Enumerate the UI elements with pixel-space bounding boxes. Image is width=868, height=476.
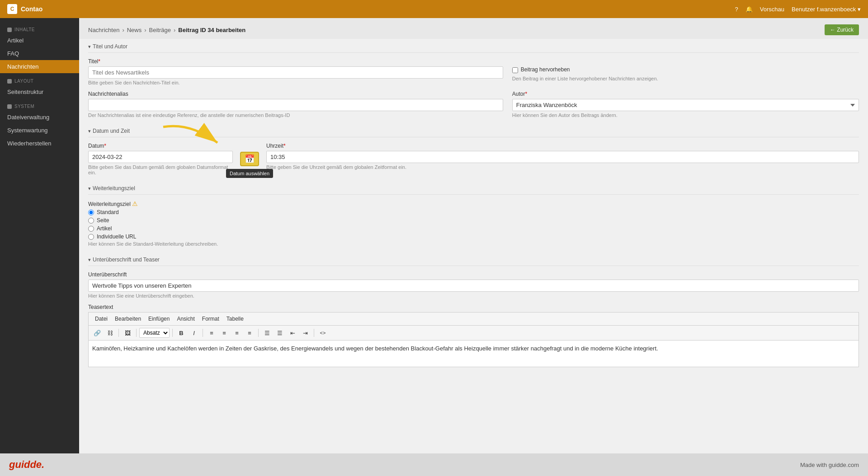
user-label: Benutzer f.wanzenboeck — [792, 6, 856, 13]
radio-seite-label: Seite — [97, 217, 109, 224]
breadcrumb-sep-3: › — [174, 27, 175, 33]
editor-menu-ansicht[interactable]: Ansicht — [173, 314, 198, 323]
uhrzeit-hint: Bitte geben Sie die Uhrzeit gemäß dem gl… — [266, 164, 859, 170]
autor-hint: Hier können Sie den Autor des Beitrags ä… — [512, 112, 859, 118]
made-with-text: Made with guidde.com — [800, 462, 859, 468]
checkbox-hervorheben[interactable] — [512, 67, 518, 73]
sidebar-item-artikel[interactable]: Artikel — [0, 34, 79, 47]
radio-standard[interactable]: Standard — [88, 209, 859, 215]
checkbox-hervorheben-text: Beitrag hervorheben — [521, 66, 570, 73]
group-alias: Nachrichtenalias Der Nachrichtenalias is… — [88, 91, 503, 118]
radio-artikel-label: Artikel — [97, 225, 112, 232]
checkbox-hervorheben-desc: Den Beitrag in einer Liste hervorgehoben… — [512, 76, 859, 81]
section-titel-autor-header: Titel und Autor — [88, 39, 859, 53]
section-datum-zeit-header: Datum und Zeit — [88, 123, 859, 137]
editor-btn-image[interactable]: 🖼 — [122, 327, 133, 338]
title-input[interactable] — [88, 66, 503, 79]
datum-hint: Bitte geben Sie das Datum gemäß dem glob… — [88, 164, 233, 175]
editor-divider-1 — [118, 329, 119, 337]
back-button[interactable]: ← Zurück — [825, 24, 859, 35]
uhrzeit-input[interactable] — [266, 151, 859, 163]
datum-input[interactable] — [88, 151, 233, 163]
breadcrumb-nachrichten[interactable]: Nachrichten — [88, 27, 119, 33]
user-menu[interactable]: Benutzer f.wanzenboeck ▾ — [792, 6, 861, 13]
editor-btn-align-center[interactable]: ≡ — [218, 327, 230, 338]
editor-divider-3 — [172, 329, 173, 337]
help-icon[interactable]: ? — [735, 6, 738, 13]
contao-logo: C — [7, 4, 17, 14]
sidebar-item-seitenstruktur[interactable]: Seitenstruktur — [0, 85, 79, 98]
editor-menu-format[interactable]: Format — [198, 314, 223, 323]
sidebar-item-wiederherstellen[interactable]: Wiederherstellen — [0, 137, 79, 150]
breadcrumb-current: Beitrag ID 34 bearbeiten — [178, 27, 245, 33]
editor-divider-2 — [136, 329, 137, 337]
sidebar-item-dateiverwaltung[interactable]: Dateiverwaltung — [0, 111, 79, 124]
unterueberschrift-hint: Hier können Sie eine Unterüberschrift ei… — [88, 293, 859, 299]
section-weiterleitungsziel-header: Weiterleitungsziel — [88, 181, 859, 195]
alias-input[interactable] — [88, 99, 503, 111]
autor-select[interactable]: Franziska Wanzenböck — [512, 99, 859, 111]
editor-menu-bearbeiten[interactable]: Bearbeiten — [111, 314, 145, 323]
label-autor: Autor* — [512, 91, 859, 97]
radio-standard-input[interactable] — [88, 210, 94, 215]
calendar-button[interactable]: 📅 Datum auswählen — [240, 152, 259, 166]
editor-menu-tabelle[interactable]: Tabelle — [223, 314, 247, 323]
section-unterueberschrift-header: Unterüberschrift und Teaser — [88, 252, 859, 266]
editor-menu-datei[interactable]: Datei — [91, 314, 111, 323]
group-datum: Datum* Bitte geben Sie das Datum gemäß d… — [88, 143, 233, 175]
group-autor: Autor* Franziska Wanzenböck Hier können … — [512, 91, 859, 118]
preview-button[interactable]: Vorschau — [760, 6, 784, 13]
datum-picker-container: 📅 Datum auswählen — [240, 143, 259, 166]
sidebar-item-nachrichten[interactable]: Nachrichten — [0, 60, 79, 73]
editor-btn-align-right[interactable]: ≡ — [231, 327, 243, 338]
uhrzeit-required-mark: * — [283, 143, 286, 149]
editor-btn-ul[interactable]: ☰ — [261, 327, 273, 338]
sidebar: INHALTE Artikel FAQ Nachrichten LAYOUT S… — [0, 18, 79, 453]
radio-seite[interactable]: Seite — [88, 217, 859, 224]
radio-individuelle-url-input[interactable] — [88, 234, 94, 240]
sidebar-item-faq[interactable]: FAQ — [0, 47, 79, 60]
form-container: Titel und Autor Titel* Bitte geben Sie d… — [79, 39, 868, 453]
editor-btn-indent[interactable]: ⇥ — [299, 327, 311, 338]
editor-btn-bold[interactable]: B — [175, 327, 187, 338]
sidebar-item-systemwartung[interactable]: Systemwartung — [0, 124, 79, 137]
radio-seite-input[interactable] — [88, 218, 94, 224]
group-unterueberschrift: Unterüberschrift Hier können Sie eine Un… — [88, 271, 859, 299]
radio-individuelle-url[interactable]: Individuelle URL — [88, 233, 859, 240]
editor-btn-link[interactable]: 🔗 — [91, 327, 103, 338]
editor-menu-einfuegen[interactable]: Einfügen — [145, 314, 173, 323]
group-uhrzeit: Uhrzeit* Bitte geben Sie die Uhrzeit gem… — [266, 143, 859, 170]
editor-btn-ol[interactable]: ☰ — [274, 327, 286, 338]
breadcrumb-sep-2: › — [144, 27, 146, 33]
editor-btn-source[interactable]: <> — [317, 327, 329, 338]
main-layout: INHALTE Artikel FAQ Nachrichten LAYOUT S… — [0, 18, 868, 453]
row-datum-uhrzeit: Datum* Bitte geben Sie das Datum gemäß d… — [88, 143, 859, 175]
editor-btn-unlink[interactable]: ⛓ — [104, 327, 116, 338]
bell-icon[interactable]: 🔔 — [745, 6, 753, 13]
checkbox-label-hervorheben[interactable]: Beitrag hervorheben — [512, 66, 859, 73]
breadcrumb-sep-1: › — [122, 27, 124, 33]
radio-artikel-input[interactable] — [88, 226, 94, 232]
editor-btn-italic[interactable]: I — [188, 327, 200, 338]
autor-required-mark: * — [525, 91, 527, 97]
editor-content[interactable]: Kaminöfen, Heizkamine und Kachelöfen wer… — [88, 340, 859, 367]
editor-divider-6 — [314, 329, 314, 337]
alias-hint: Der Nachrichtenalias ist eine eindeutige… — [88, 112, 503, 118]
editor-btn-align-justify[interactable]: ≡ — [244, 327, 255, 338]
row-weiterleitungsziel: Weiterleitungsziel ⚠ Standard Seite — [88, 200, 859, 247]
editor-btn-align-left[interactable]: ≡ — [206, 327, 217, 338]
title-required-mark: * — [98, 58, 100, 65]
label-weiterleitungsziel: Weiterleitungsziel ⚠ — [88, 200, 859, 207]
label-uhrzeit: Uhrzeit* — [266, 143, 859, 149]
editor-select-format[interactable]: Absatz — [139, 328, 170, 338]
editor-menu: Datei Bearbeiten Einfügen Ansicht Format… — [91, 314, 247, 323]
breadcrumb-bar: Nachrichten › News › Beiträge › Beitrag … — [79, 18, 868, 39]
breadcrumb-news[interactable]: News — [127, 27, 142, 33]
radio-artikel[interactable]: Artikel — [88, 225, 859, 232]
editor-divider-4 — [203, 329, 203, 337]
topbar-brand: C Contao — [7, 4, 42, 14]
breadcrumb-beitraege[interactable]: Beiträge — [149, 27, 171, 33]
sidebar-section-layout: LAYOUT — [0, 73, 79, 85]
editor-btn-outdent[interactable]: ⇤ — [287, 327, 298, 338]
unterueberschrift-input[interactable] — [88, 280, 859, 292]
